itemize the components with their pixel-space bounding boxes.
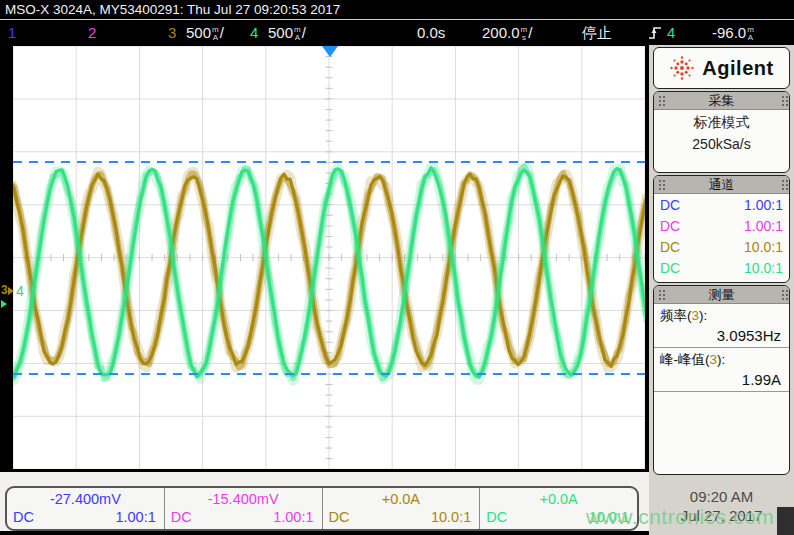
measurements-title: 测量 xyxy=(709,286,735,304)
channel-3-info-row[interactable]: DC 10.0:1 xyxy=(654,236,789,257)
channel-1-settings-cell[interactable]: -27.400mV DC 1.00:1 xyxy=(7,488,165,529)
measurements-panel-header[interactable]: 测量 xyxy=(654,286,789,304)
channel-1-status[interactable]: 1 xyxy=(8,23,16,43)
brand-panel: Agilent xyxy=(653,47,790,89)
brand-name: Agilent xyxy=(702,57,773,80)
timebase-setting[interactable]: 200.0ms/ xyxy=(482,23,532,43)
grip-icon xyxy=(659,290,661,292)
channel-2-settings-cell[interactable]: -15.400mV DC 1.00:1 xyxy=(165,488,323,529)
channel-4-ground-label: 4 xyxy=(16,284,24,298)
channel-3-scale[interactable]: 500mA/ xyxy=(186,23,224,43)
acquire-title: 采集 xyxy=(709,92,735,110)
sample-rate: 250kSa/s xyxy=(654,136,789,152)
channel-4-info-row[interactable]: DC 10.0:1 xyxy=(654,257,789,278)
trigger-time-marker[interactable] xyxy=(322,46,338,57)
right-arrow-icon xyxy=(1,300,7,308)
channel-3-ground-marker[interactable]: 3 xyxy=(1,284,14,296)
coupling-label: DC xyxy=(660,259,680,278)
probe-ratio: 10.0:1 xyxy=(589,508,629,527)
channel-1-info-row[interactable]: DC 1.00:1 xyxy=(654,194,789,215)
right-arrow-icon xyxy=(8,287,14,295)
coupling-label: DC xyxy=(660,196,680,215)
channel-1-offset: -27.400mV xyxy=(7,490,164,508)
channels-panel: 通道 DC 1.00:1 DC 1.00:1 DC 10.0:1 DC 10.0… xyxy=(653,175,790,283)
coupling-label: DC xyxy=(660,238,680,257)
probe-ratio: 10.0:1 xyxy=(431,508,471,527)
run-state[interactable]: 停止 xyxy=(582,23,612,43)
clock: 09:20 AM Jul 27, 2017 xyxy=(649,487,794,525)
date-display: Jul 27, 2017 xyxy=(649,506,794,525)
coupling-label: DC xyxy=(660,217,680,236)
grip-icon xyxy=(782,96,784,98)
measurement-frequency-value: 3.0953Hz xyxy=(654,325,789,348)
agilent-starburst-icon xyxy=(669,55,695,81)
measurements-panel: 测量 频率(3): 3.0953Hz 峰-峰值(3): 1.99A xyxy=(653,285,790,475)
waveform-display[interactable]: 4 3 xyxy=(0,45,649,472)
horizontal-delay[interactable]: 0.0s xyxy=(417,23,445,43)
edge-trigger-icon xyxy=(648,24,662,41)
probe-ratio: 1.00:1 xyxy=(744,217,783,236)
channel-4-ground-marker[interactable] xyxy=(1,298,7,309)
measurement-frequency-label: 频率(3): xyxy=(654,304,789,325)
probe-ratio: 1.00:1 xyxy=(273,508,313,527)
channel-2-info-row[interactable]: DC 1.00:1 xyxy=(654,215,789,236)
scope-traces xyxy=(13,46,645,469)
grip-icon xyxy=(782,180,784,182)
channel-4-settings-cell[interactable]: +0.0A DC 10.0:1 xyxy=(480,488,637,529)
status-bar: 1 2 3 500mA/ 4 500mA/ 0.0s 200.0ms/ 停止 4… xyxy=(0,21,794,45)
graticule-area[interactable]: 4 xyxy=(13,46,645,469)
titlebar: MSO-X 3024A, MY53400291: Thu Jul 27 09:2… xyxy=(0,0,794,20)
sidebar: Agilent 采集 标准模式 250kSa/s 通道 DC 1.00:1 DC… xyxy=(649,45,794,535)
coupling-label: DC xyxy=(13,508,34,527)
coupling-label: DC xyxy=(486,508,507,527)
trigger-source[interactable]: 4 xyxy=(667,23,675,43)
bottom-black-strip xyxy=(0,531,649,535)
measurement-pkpk-label: 峰-峰值(3): xyxy=(654,348,789,369)
time-display: 09:20 AM xyxy=(649,487,794,506)
channel-3-settings-cell[interactable]: +0.0A DC 10.0:1 xyxy=(323,488,481,529)
instrument-title: MSO-X 3024A, MY53400291: Thu Jul 27 09:2… xyxy=(5,2,340,17)
coupling-label: DC xyxy=(171,508,192,527)
acquire-panel-header[interactable]: 采集 xyxy=(654,92,789,110)
channels-panel-header[interactable]: 通道 xyxy=(654,176,789,194)
probe-ratio: 10.0:1 xyxy=(744,259,783,278)
grip-icon xyxy=(782,290,784,292)
probe-ratio: 1.00:1 xyxy=(744,196,783,215)
channel-4-status[interactable]: 4 xyxy=(250,23,258,43)
channels-title: 通道 xyxy=(709,176,735,194)
channel-settings-bar: -27.400mV DC 1.00:1 -15.400mV DC 1.00:1 … xyxy=(5,486,639,531)
probe-ratio: 1.00:1 xyxy=(115,508,155,527)
channel-4-scale[interactable]: 500mA/ xyxy=(268,23,306,43)
channel-3-offset: +0.0A xyxy=(323,490,480,508)
acquire-panel: 采集 标准模式 250kSa/s xyxy=(653,91,790,173)
coupling-label: DC xyxy=(329,508,350,527)
channel-3-status[interactable]: 3 xyxy=(168,23,176,43)
measurement-pkpk-value: 1.99A xyxy=(654,369,789,392)
trigger-level[interactable]: -96.0mA xyxy=(712,23,755,43)
corner-block xyxy=(777,507,794,535)
grip-icon xyxy=(659,180,661,182)
channel-4-offset: +0.0A xyxy=(480,490,637,508)
channel-2-status[interactable]: 2 xyxy=(88,23,96,43)
acquire-mode: 标准模式 xyxy=(654,114,789,132)
probe-ratio: 10.0:1 xyxy=(744,238,783,257)
channel-2-offset: -15.400mV xyxy=(165,490,322,508)
grip-icon xyxy=(659,96,661,98)
